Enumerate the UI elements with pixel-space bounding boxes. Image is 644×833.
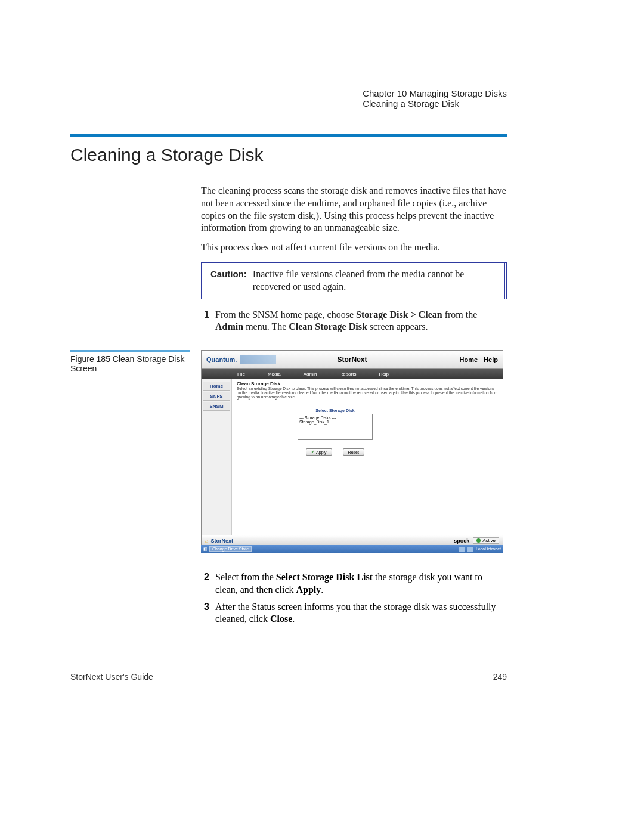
menu-help[interactable]: Help xyxy=(379,371,388,377)
page-title: Cleaning a Storage Disk xyxy=(70,145,264,165)
taskbar-item[interactable]: Change Drive State xyxy=(209,546,252,552)
menu-media[interactable]: Media xyxy=(268,371,281,377)
panel-description: Select an existing Storage Disk to clean… xyxy=(237,386,498,399)
step-number: 1 xyxy=(201,309,209,334)
footer-page-number: 249 xyxy=(493,672,507,682)
sidebar-item-snsm[interactable]: SNSM xyxy=(203,402,230,411)
page-header: Chapter 10 Managing Storage Disks Cleani… xyxy=(363,88,507,109)
listbox-item[interactable]: Storage_Disk_1 xyxy=(299,420,371,424)
app-footer: ⌂ StorNext spock Active xyxy=(202,535,503,546)
brand-artwork xyxy=(240,355,276,364)
menu-reports[interactable]: Reports xyxy=(339,371,356,377)
reset-button[interactable]: Reset xyxy=(343,448,364,456)
step-text: After the Status screen informs you that… xyxy=(215,601,507,626)
zone-label: Local intranet xyxy=(476,547,501,551)
step-number: 3 xyxy=(201,601,209,626)
caution-text: Inactive file versions cleaned from the … xyxy=(253,268,497,293)
intro-paragraph-2: This process does not affect current fil… xyxy=(201,241,507,254)
step-number: 2 xyxy=(201,571,209,596)
menu-admin[interactable]: Admin xyxy=(304,371,317,377)
section-line: Cleaning a Storage Disk xyxy=(363,98,507,109)
os-taskbar: ◧ Change Drive State Local intranet xyxy=(201,545,503,553)
intro-paragraph-1: The cleaning process scans the storage d… xyxy=(201,185,507,234)
footer-home-icon[interactable]: ⌂ xyxy=(205,538,208,544)
section-rule xyxy=(70,134,507,137)
step-2: 2 Select from the Select Storage Disk Li… xyxy=(201,571,507,596)
tray-icon[interactable] xyxy=(459,547,465,552)
main-panel: Clean Storage Disk Select an existing St… xyxy=(232,379,503,535)
brand-logo: Quantum. xyxy=(206,356,237,363)
menu-bar: File Media Admin Reports Help xyxy=(202,369,503,379)
status-dot-icon xyxy=(476,538,481,543)
caution-label: Caution: xyxy=(210,268,247,293)
step-text: Select from the Select Storage Disk List… xyxy=(215,571,507,596)
step-text: From the SNSM home page, choose Storage … xyxy=(215,309,507,334)
sidebar-item-home[interactable]: Home xyxy=(203,382,230,391)
clean-storage-disk-screenshot: Quantum. StorNext Home Help File Media A… xyxy=(201,350,503,546)
hostname: spock xyxy=(454,538,469,544)
sidebar: Home SNFS SNSM xyxy=(202,379,232,535)
app-header: Quantum. StorNext Home Help xyxy=(202,351,503,369)
taskbar-app-icon[interactable]: ◧ xyxy=(203,547,208,552)
footer-brand: StorNext xyxy=(210,538,233,544)
app-title: StorNext xyxy=(337,355,367,364)
tray-icon[interactable] xyxy=(467,547,473,552)
figure-caption: Figure 185 Clean Storage Disk Screen xyxy=(70,350,190,373)
caution-box: Caution: Inactive file versions cleaned … xyxy=(201,262,507,299)
footer-guide-name: StorNext User's Guide xyxy=(70,672,153,682)
status-badge: Active xyxy=(473,537,499,544)
check-icon: ✔ xyxy=(311,450,315,454)
select-storage-disk-label: Select Storage Disk xyxy=(296,408,374,413)
page-footer: StorNext User's Guide 249 xyxy=(70,672,507,682)
step-3: 3 After the Status screen informs you th… xyxy=(201,601,507,626)
panel-title: Clean Storage Disk xyxy=(237,381,498,386)
step-1: 1 From the SNSM home page, choose Storag… xyxy=(201,309,507,334)
home-link[interactable]: Home xyxy=(460,356,478,363)
help-link[interactable]: Help xyxy=(484,356,498,363)
apply-button[interactable]: ✔ Apply xyxy=(306,448,332,456)
menu-file[interactable]: File xyxy=(237,371,245,377)
listbox-header: --- Storage Disks --- xyxy=(299,416,371,420)
chapter-line: Chapter 10 Managing Storage Disks xyxy=(363,88,507,98)
storage-disk-listbox[interactable]: --- Storage Disks --- Storage_Disk_1 xyxy=(298,414,373,440)
sidebar-item-snfs[interactable]: SNFS xyxy=(203,392,230,401)
